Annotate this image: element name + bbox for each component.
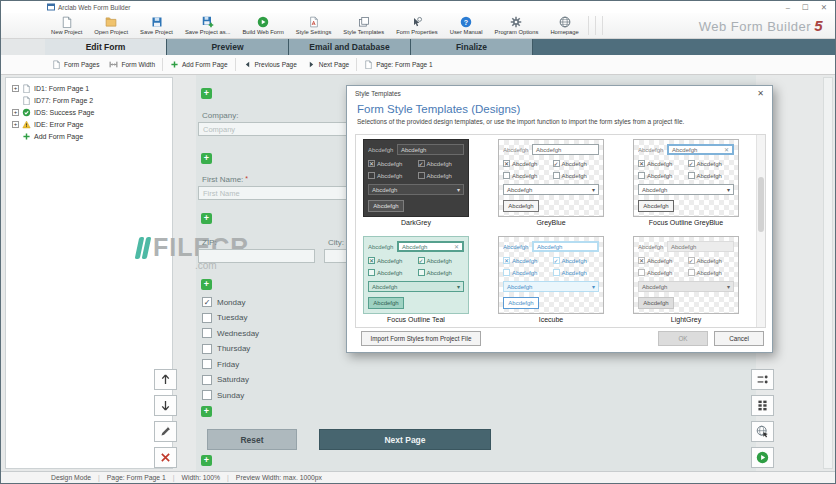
add-element-button[interactable]: + (201, 153, 212, 164)
expand-toggle-icon[interactable]: + (12, 109, 19, 116)
dialog-scrollbar[interactable] (756, 135, 765, 327)
sample-button: Abcdefgh (503, 297, 539, 309)
pagebar-add-form-page-button[interactable]: Add Form Page (165, 58, 233, 71)
template-preview: AbcdefghAbcdefgh✕✕Abcdefgh✓AbcdefghAbcde… (363, 236, 469, 314)
element-list-button[interactable] (751, 369, 774, 390)
toolbar-button-label: Build Web Form (242, 29, 283, 35)
list-icon (756, 373, 769, 386)
dialog-close-button[interactable]: ✕ (757, 89, 764, 98)
template-focus-outline-teal[interactable]: AbcdefghAbcdefgh✕✕Abcdefgh✓AbcdefghAbcde… (363, 236, 469, 323)
pagebar-button-label: Add Form Page (182, 61, 228, 68)
pagebar-previous-page-button[interactable]: Previous Page (238, 58, 302, 71)
tab-edit-form[interactable]: Edit Form (45, 39, 167, 55)
maximize-button[interactable]: ☐ (802, 3, 809, 12)
checkbox[interactable] (202, 328, 212, 338)
add-element-button[interactable]: + (201, 213, 212, 224)
expand-toggle-icon[interactable]: + (12, 85, 19, 92)
reset-button[interactable]: Reset (207, 429, 297, 450)
template-darkgrey[interactable]: AbcdefghAbcdefgh✕Abcdefgh✓AbcdefghAbcdef… (363, 139, 469, 226)
day-label: Saturday (217, 375, 249, 384)
toolbar-user-manual-button[interactable]: ?User Manual (444, 14, 489, 38)
pagebar-form-width-button[interactable]: Form Width (104, 58, 160, 71)
sample-text: Abcdefgh (377, 258, 402, 264)
toolbar-homepage-button[interactable]: Homepage (544, 14, 584, 38)
toolbar-new-project-button[interactable]: New Project (45, 14, 88, 38)
doc-icon (22, 84, 31, 93)
close-button[interactable]: ✕ (821, 3, 827, 12)
ok-button[interactable]: OK (658, 331, 708, 346)
tab-preview[interactable]: Preview (167, 39, 289, 55)
scrollbar-thumb[interactable] (758, 177, 764, 232)
sample-button: Abcdefgh (638, 297, 674, 309)
pagebar-separator (235, 58, 236, 71)
form-properties-icon (411, 16, 423, 28)
toolbar-style-settings-button[interactable]: Style Settings (290, 14, 337, 38)
sample-text: Abcdefgh (507, 187, 532, 193)
layout-blocks-button[interactable] (751, 395, 774, 416)
tree-item-ids-success-page[interactable]: +IDS: Success Page (6, 106, 172, 118)
toolbar-save-project-button[interactable]: Save Project (134, 14, 179, 38)
zip-input[interactable] (198, 249, 315, 263)
add-element-button[interactable]: + (201, 455, 212, 466)
checkbox[interactable] (202, 390, 212, 400)
toolbar-save-project-as-button[interactable]: Save Project as... (179, 14, 236, 38)
template-icecube[interactable]: AbcdefghAbcdefgh✕Abcdefgh✓AbcdefghAbcdef… (498, 236, 604, 323)
preview-row: Abcdefgh (503, 297, 599, 309)
sample-button: Abcdefgh (368, 200, 404, 212)
canvas-scrollbar[interactable] (823, 77, 833, 469)
template-focus-outline-greyblue[interactable]: AbcdefghAbcdefgh✕✕Abcdefgh✓AbcdefghAbcde… (633, 139, 739, 226)
import-styles-button[interactable]: Import Form Styles from Project File (361, 331, 481, 346)
sample-checkbox-group: Abcdefgh (553, 172, 600, 179)
tab-finalize[interactable]: Finalize (411, 39, 533, 55)
template-preview: AbcdefghAbcdefgh✕Abcdefgh✓AbcdefghAbcdef… (498, 139, 604, 217)
add-element-button[interactable]: + (201, 406, 212, 417)
toolbar-build-web-form-button[interactable]: Build Web Form (236, 14, 289, 38)
cancel-button[interactable]: Cancel (714, 331, 764, 346)
move-down-button[interactable] (154, 395, 177, 416)
tree-item-ide-error-page[interactable]: +IDE: Error Page (6, 118, 172, 130)
sample-input: Abcdefgh (397, 144, 464, 155)
move-up-button[interactable] (154, 369, 177, 390)
checkbox[interactable] (202, 359, 212, 369)
pagebar-next-page-button[interactable]: Next Page (302, 58, 354, 71)
expand-toggle-icon[interactable]: + (12, 121, 19, 128)
tree-item-id77-form-page-2[interactable]: ID77: Form Page 2 (6, 94, 172, 106)
sample-checkbox (418, 172, 425, 179)
clear-icon: ✕ (454, 243, 459, 250)
preview-row: Abcdefgh (368, 200, 464, 212)
toolbar-button-label: Form Properties (396, 29, 438, 35)
checkbox[interactable] (202, 375, 212, 385)
toolbar-style-templates-button[interactable]: Style Templates (337, 14, 390, 38)
template-name: DarkGrey (363, 219, 469, 226)
add-element-button[interactable]: + (201, 88, 212, 99)
preview-row: Abcdefgh▾ (638, 281, 734, 292)
web-preview-button[interactable] (751, 421, 774, 442)
toolbar-open-project-button[interactable]: Open Project (88, 14, 134, 38)
template-lightgrey[interactable]: AbcdefghAbcdefgh✕Abcdefgh✓AbcdefghAbcdef… (633, 236, 739, 323)
pagebar-page-form-page-1-button[interactable]: Page: Form Page 1 (359, 58, 437, 71)
sample-checkbox-group: ✕Abcdefgh (368, 257, 415, 264)
sample-text: Abcdefgh (697, 270, 722, 276)
sample-checkbox: ✕ (638, 257, 645, 264)
edit-button[interactable] (154, 421, 177, 442)
sample-text: Abcdefgh (512, 258, 537, 264)
template-greyblue[interactable]: AbcdefghAbcdefgh✕Abcdefgh✓AbcdefghAbcdef… (498, 139, 604, 226)
add-element-button[interactable]: + (201, 279, 212, 290)
build-form-button[interactable] (751, 447, 774, 468)
toolbar-form-properties-button[interactable]: Form Properties (390, 14, 444, 38)
delete-button[interactable] (154, 447, 177, 468)
sample-checkbox (368, 172, 375, 179)
success-icon (22, 108, 31, 117)
tree-item-id1-form-page-1[interactable]: +ID1: Form Page 1 (6, 82, 172, 94)
toolbar-program-options-button[interactable]: Program Options (489, 14, 545, 38)
pagebar-form-pages-button[interactable]: Form Pages (47, 58, 104, 71)
checkbox[interactable]: ✓ (202, 297, 212, 307)
tree-item-add-form-page[interactable]: Add Form Page (6, 130, 172, 142)
sample-select: Abcdefgh▾ (503, 184, 599, 195)
next-page-button[interactable]: Next Page (319, 429, 491, 450)
checkbox[interactable] (202, 313, 212, 323)
checkbox[interactable] (202, 344, 212, 354)
status-separator: | (98, 474, 100, 481)
minimize-button[interactable]: – (786, 3, 790, 12)
tab-email-and-database[interactable]: Email and Database (289, 39, 411, 55)
